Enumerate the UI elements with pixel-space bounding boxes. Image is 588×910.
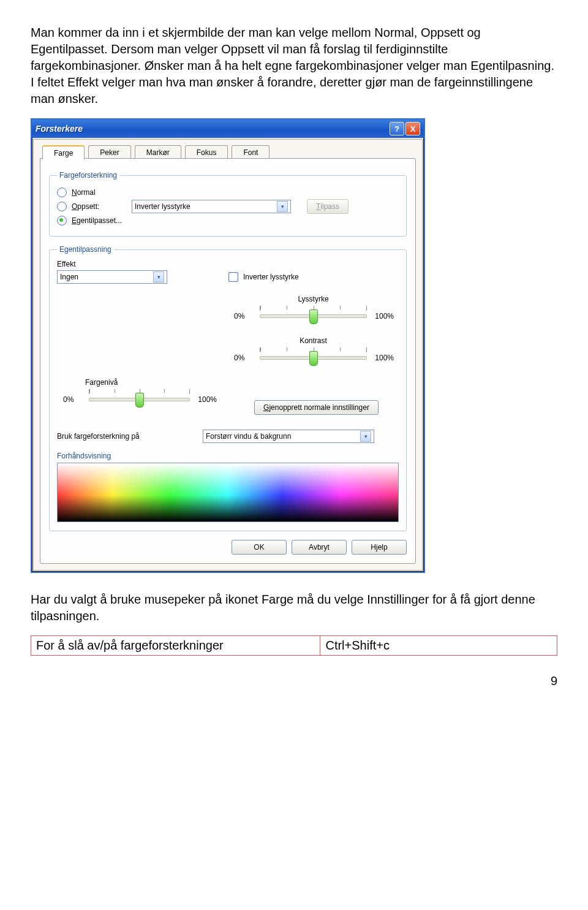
tab-page: Fargeforsterkning Normal Oppsett: Invert… [40, 158, 416, 564]
fargeniva-label: Fargenivå [85, 378, 222, 387]
effekt-combo[interactable]: Ingen ▾ [57, 270, 167, 284]
group-fargeforsterkning: Fargeforsterkning Normal Oppsett: Invert… [49, 171, 407, 237]
kontrast-slider[interactable]: 0% 100% [228, 347, 399, 372]
window-title: Forsterkere [36, 124, 388, 134]
slider-max: 100% [375, 312, 394, 320]
chevron-down-icon[interactable]: ▾ [360, 431, 371, 442]
slider-max: 100% [198, 395, 217, 404]
tilpass-button: Tilpass [307, 199, 349, 214]
tab-font[interactable]: Font [232, 145, 270, 159]
radio-normal-label: Normal [72, 188, 96, 197]
shortcut-label: For å slå av/på fargeforsterkninger [31, 636, 320, 656]
radio-oppsett-label: Oppsett: [72, 202, 127, 211]
tab-strip: Farge Peker Markør Fokus Font [40, 145, 416, 159]
tab-fokus[interactable]: Fokus [185, 145, 228, 159]
titlebar[interactable]: Forsterkere ? X [32, 119, 424, 138]
slider-min: 0% [234, 354, 244, 362]
group-egentilpassning: Egentilpassning Effekt Ingen ▾ Inve [49, 245, 407, 531]
effekt-value: Ingen [60, 273, 78, 281]
chevron-down-icon[interactable]: ▾ [153, 271, 164, 282]
tab-markor[interactable]: Markør [135, 145, 181, 159]
group-legend: Fargeforsterkning [57, 171, 119, 180]
client-area: Farge Peker Markør Fokus Font Fargeforst… [33, 139, 423, 571]
kontrast-label: Kontrast [228, 336, 399, 345]
slider-max: 100% [375, 354, 394, 362]
shortcut-key: Ctrl+Shift+c [320, 636, 557, 656]
lysstyrke-label: Lysstyrke [228, 295, 399, 303]
oppsett-combo[interactable]: Inverter lysstyrke ▾ [132, 200, 291, 213]
radio-normal[interactable] [57, 188, 67, 197]
slider-min: 0% [234, 312, 244, 320]
invert-checkbox[interactable] [228, 272, 238, 282]
ok-button[interactable]: OK [232, 540, 287, 555]
tab-farge[interactable]: Farge [42, 145, 85, 159]
bruk-value: Forstørr vindu & bakgrunn [206, 432, 291, 441]
bruk-label: Bruk fargeforsterkning på [57, 432, 198, 441]
dialog-window: Forsterkere ? X Farge Peker Markør Fokus… [31, 118, 425, 573]
color-preview [57, 463, 399, 522]
help-button[interactable]: Hjelp [352, 540, 407, 555]
page-number: 9 [31, 674, 557, 688]
bruk-combo[interactable]: Forstørr vindu & bakgrunn ▾ [203, 430, 374, 443]
tab-peker[interactable]: Peker [88, 145, 130, 159]
table-row: For å slå av/på fargeforsterkninger Ctrl… [31, 636, 557, 656]
doc-paragraph-2: Har du valgt å bruke musepeker på ikonet… [31, 591, 557, 624]
shortcut-table: For å slå av/på fargeforsterkninger Ctrl… [31, 635, 557, 656]
group2-legend: Egentilpassning [57, 245, 114, 254]
radio-egentilpasset-label: Egentilpasset... [72, 216, 122, 225]
invert-label: Inverter lysstyrke [243, 273, 299, 281]
dialog-buttons: OK Avbryt Hjelp [49, 540, 407, 555]
gjenopprett-button[interactable]: Gjenopprett normale innstillinger [254, 400, 379, 415]
oppsett-combo-value: Inverter lysstyrke [135, 202, 190, 211]
preview-label: Forhåndsvisning [57, 452, 399, 460]
radio-egentilpasset[interactable] [57, 216, 67, 226]
effekt-label: Effekt [57, 260, 167, 268]
chevron-down-icon[interactable]: ▾ [277, 201, 288, 212]
help-icon[interactable]: ? [390, 122, 404, 135]
cancel-button[interactable]: Avbryt [292, 540, 347, 555]
slider-min: 0% [63, 395, 74, 404]
close-icon[interactable]: X [405, 122, 420, 135]
fargeniva-slider[interactable]: 0% 100% [57, 389, 222, 414]
doc-paragraph-1: Man kommer da inn i et skjermbilde der m… [31, 25, 557, 107]
lysstyrke-slider[interactable]: 0% 100% [228, 306, 399, 330]
radio-oppsett[interactable] [57, 202, 67, 211]
